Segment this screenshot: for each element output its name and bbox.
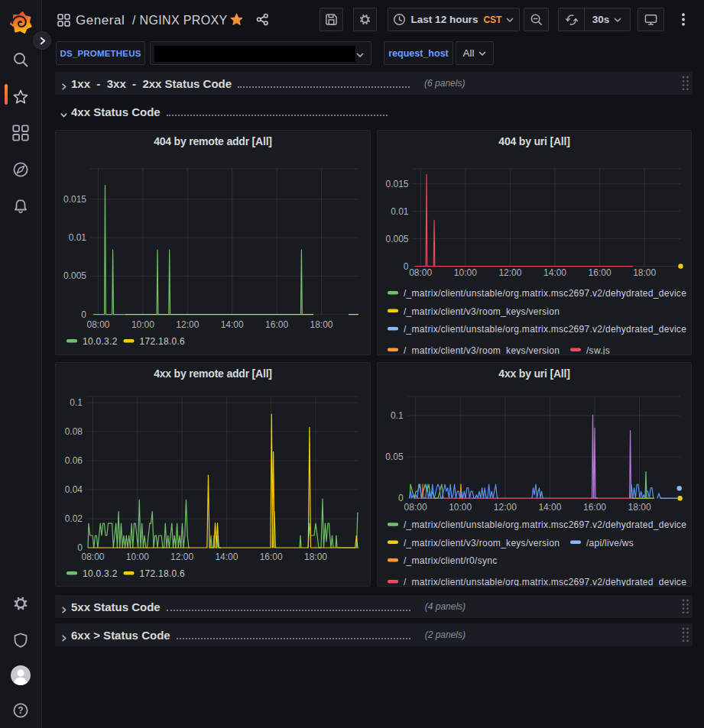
svg-text:/sw.js: /sw.js (586, 345, 610, 356)
svg-text:14:00: 14:00 (221, 319, 244, 330)
svg-text:0.01: 0.01 (69, 232, 87, 243)
svg-text:10:00: 10:00 (449, 502, 472, 513)
svg-text:18:00: 18:00 (633, 267, 656, 278)
svg-text:?: ? (18, 705, 23, 716)
svg-text:08:00: 08:00 (81, 552, 104, 562)
svg-text:0.06: 0.06 (65, 455, 83, 466)
svg-text:18:00: 18:00 (304, 552, 327, 562)
svg-text:14:00: 14:00 (543, 267, 566, 278)
svg-text:172.18.0.6: 172.18.0.6 (140, 336, 186, 347)
svg-text:08:00: 08:00 (404, 502, 427, 513)
svg-text:14:00: 14:00 (215, 552, 238, 562)
svg-text:18:00: 18:00 (628, 502, 651, 513)
svg-text:10:00: 10:00 (454, 267, 477, 278)
svg-text:16:00: 16:00 (583, 502, 606, 513)
svg-text:12:00: 12:00 (494, 502, 517, 513)
svg-text:0.1: 0.1 (391, 410, 404, 421)
svg-text:0: 0 (398, 493, 404, 503)
svg-text:0.1: 0.1 (70, 397, 83, 408)
svg-text:0.015: 0.015 (63, 194, 86, 205)
svg-text:10:00: 10:00 (126, 552, 149, 562)
svg-text:/_matrix/client/r0/sync: /_matrix/client/r0/sync (404, 555, 497, 566)
svg-text:/_matrix/client/unstable/org.m: /_matrix/client/unstable/org.matrix.msc2… (404, 324, 686, 335)
svg-text:0.08: 0.08 (65, 426, 83, 437)
svg-text:08:00: 08:00 (409, 267, 432, 278)
svg-text:14:00: 14:00 (538, 502, 561, 513)
svg-text:/api/live/ws: /api/live/ws (586, 538, 634, 548)
svg-text:18:00: 18:00 (310, 319, 333, 330)
svg-text:0.015: 0.015 (385, 179, 408, 189)
svg-text:0.05: 0.05 (385, 451, 404, 462)
svg-text:/_matrix/client/unstable/org.m: /_matrix/client/unstable/org.matrix.msc2… (404, 288, 686, 299)
svg-text:/_matrix/client/v3/room_keys/v: /_matrix/client/v3/room_keys/version (404, 345, 560, 356)
svg-text:16:00: 16:00 (260, 552, 283, 562)
svg-text:/_matrix/client/v3/room_keys/v: /_matrix/client/v3/room_keys/version (404, 306, 560, 317)
svg-text:/_matrix/client/v3/room_keys/v: /_matrix/client/v3/room_keys/version (404, 538, 560, 548)
svg-text:12:00: 12:00 (498, 267, 521, 278)
svg-text:10:00: 10:00 (131, 319, 154, 330)
svg-text:10.0.3.2: 10.0.3.2 (83, 568, 118, 579)
svg-text:/_matrix/client/unstable/org.m: /_matrix/client/unstable/org.matrix.msc2… (404, 519, 686, 530)
svg-text:0.005: 0.005 (63, 270, 86, 281)
svg-text:16:00: 16:00 (589, 267, 612, 278)
svg-text:16:00: 16:00 (265, 319, 288, 330)
svg-text:0.005: 0.005 (385, 234, 408, 244)
svg-text:0.02: 0.02 (65, 513, 83, 524)
svg-text:08:00: 08:00 (86, 319, 109, 330)
svg-text:0.04: 0.04 (65, 484, 83, 495)
svg-text:0: 0 (81, 309, 86, 320)
svg-text:0.01: 0.01 (391, 206, 409, 217)
svg-text:0: 0 (404, 261, 409, 272)
svg-text:12:00: 12:00 (176, 319, 199, 330)
svg-text:/_matrix/client/unstable/org.m: /_matrix/client/unstable/org.matrix.msc2… (404, 577, 686, 587)
svg-text:172.18.0.6: 172.18.0.6 (140, 568, 186, 579)
svg-text:12:00: 12:00 (170, 552, 193, 562)
svg-text:10.0.3.2: 10.0.3.2 (83, 336, 118, 347)
